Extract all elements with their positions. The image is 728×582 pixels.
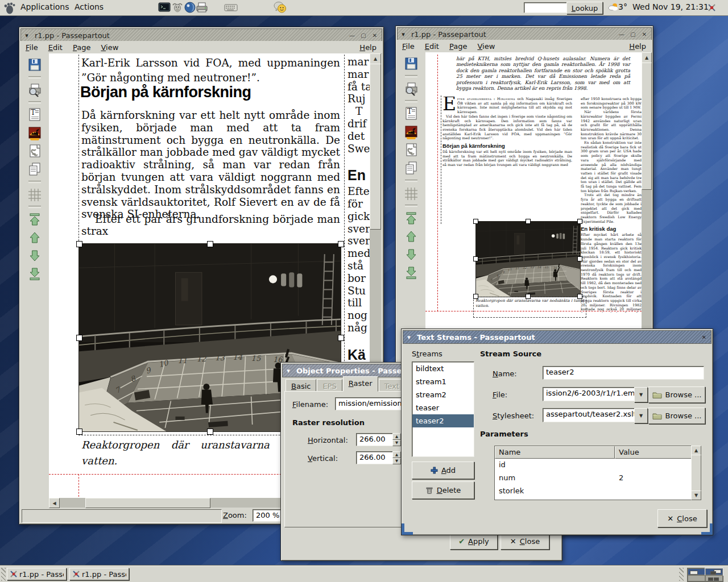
table-scrollbar[interactable]: ▲ ▼	[691, 446, 701, 500]
applications-menu[interactable]: Applications	[20, 2, 69, 11]
print-preview-button[interactable]	[25, 81, 44, 98]
stream-item-stream2[interactable]: stream2	[412, 388, 474, 401]
last-page-button[interactable]	[25, 265, 44, 282]
menu-view[interactable]: View	[96, 41, 123, 53]
keyboard-applet-icon[interactable]	[224, 1, 238, 15]
printer-launcher-icon[interactable]	[196, 1, 208, 15]
maximize-icon[interactable]: ▢	[628, 30, 638, 39]
delete-button[interactable]: Delete	[412, 481, 474, 499]
workspace-2[interactable]	[705, 568, 723, 575]
selection-handle[interactable]	[577, 219, 582, 224]
selection-handle[interactable]	[76, 335, 82, 341]
file-input[interactable]: ission2/6-2003/r1/r1.em	[543, 387, 635, 401]
taskbar-grip[interactable]	[679, 568, 684, 581]
taskbar-grip[interactable]	[1, 568, 6, 581]
param-row-storlek[interactable]: storlek	[495, 485, 692, 498]
next-page-button[interactable]	[25, 247, 44, 264]
copy-frames-button[interactable]	[25, 161, 44, 178]
workspace-4[interactable]	[705, 575, 723, 582]
gnu-launcher-icon[interactable]	[171, 1, 184, 15]
window-menu-icon[interactable]: ▾	[21, 32, 32, 39]
scroll-left-icon[interactable]: ◀	[49, 498, 60, 508]
menu-help[interactable]: Help	[623, 40, 652, 52]
image-frame-button[interactable]	[402, 123, 421, 140]
streams-list[interactable]: bildtextstream1stream2teaserteaser2	[412, 361, 474, 457]
text-streams-dialog[interactable]: ▾ Text Streams - Passepartout ✕ Streams …	[401, 329, 713, 535]
selection-handle[interactable]	[526, 294, 531, 299]
spin-up-icon[interactable]: ▲	[392, 433, 401, 440]
close-icon[interactable]: ✕	[640, 30, 649, 39]
stylesheet-browse-button[interactable]: Browse ...	[648, 408, 705, 424]
selection-handle[interactable]	[526, 219, 531, 224]
window-menu-icon[interactable]: ▾	[398, 31, 409, 38]
workspace-switcher[interactable]	[687, 568, 723, 582]
selection-handle[interactable]	[577, 294, 582, 299]
grid-button[interactable]	[25, 186, 44, 203]
selection-handle[interactable]	[207, 241, 213, 247]
stream-item-bildtext[interactable]: bildtext	[412, 362, 474, 375]
gnome-sphere-launcher-icon[interactable]	[184, 1, 196, 15]
stylesheet-input[interactable]: assepartout/teaser2.xslt	[543, 408, 635, 422]
gnome-foot-icon[interactable]	[3, 1, 16, 16]
file-dropdown-icon[interactable]: ▼	[634, 387, 648, 402]
actions-menu[interactable]: Actions	[75, 2, 104, 11]
column-header-name[interactable]: Name	[495, 446, 615, 459]
scroll-down-icon[interactable]: ▼	[691, 490, 701, 500]
prev-page-button[interactable]	[25, 229, 44, 246]
window-menu-icon[interactable]: ▾	[403, 334, 415, 341]
menu-file[interactable]: File	[397, 40, 420, 52]
tray-icon[interactable]	[707, 3, 717, 14]
grid-button[interactable]	[402, 185, 421, 202]
vertical-spinner[interactable]: ▲ ▼	[392, 451, 401, 464]
first-page-button[interactable]	[25, 211, 44, 228]
stream-item-stream1[interactable]: stream1	[412, 375, 474, 388]
menu-edit[interactable]: Edit	[43, 41, 68, 53]
next-page-button[interactable]	[402, 246, 421, 263]
text-frame-button[interactable]: T	[402, 105, 421, 122]
close-icon[interactable]: ✕	[370, 31, 379, 40]
name-input[interactable]: teaser2	[543, 366, 704, 380]
xml-frame-button[interactable]	[402, 142, 421, 159]
clock[interactable]: Wed Nov 19, 21:31	[632, 2, 709, 11]
selection-handle[interactable]	[338, 241, 344, 247]
selection-handle[interactable]	[207, 429, 213, 435]
scrollbar-thumb[interactable]	[85, 498, 210, 508]
save-button[interactable]	[25, 56, 44, 73]
vertical-input[interactable]: 266.00	[356, 451, 395, 464]
print-preview-button[interactable]	[402, 80, 421, 97]
scroll-up-icon[interactable]: ▲	[370, 53, 381, 64]
scrollbar-thumb[interactable]	[691, 455, 701, 491]
terminal-launcher-icon[interactable]	[158, 1, 171, 15]
scrollbar-thumb[interactable]	[370, 64, 381, 230]
stream-item-teaser[interactable]: teaser	[412, 401, 474, 414]
menu-edit[interactable]: Edit	[420, 40, 444, 52]
menu-view[interactable]: View	[472, 40, 500, 52]
param-row-num[interactable]: num2	[495, 472, 692, 485]
text-frame-button[interactable]: T	[25, 106, 44, 123]
menu-file[interactable]: File	[20, 41, 43, 53]
selection-handle[interactable]	[338, 335, 344, 341]
parameters-table[interactable]: Name Value idnum2storlek	[494, 446, 692, 500]
selection-handle[interactable]	[473, 294, 478, 299]
horizontal-input[interactable]: 266.00	[356, 433, 395, 446]
last-page-button[interactable]	[402, 264, 421, 281]
selection-handle[interactable]	[473, 256, 478, 261]
text-streams-titlebar[interactable]: ▾ Text Streams - Passepartout ✕	[403, 330, 712, 344]
minimize-icon[interactable]: —	[348, 31, 357, 40]
taskbar-window-button[interactable]: r1.pp - Passe	[7, 568, 67, 580]
selection-handle[interactable]	[76, 241, 82, 247]
selection-handle[interactable]	[473, 219, 478, 224]
minimize-icon[interactable]: —	[617, 30, 626, 39]
horizontal-spinner[interactable]: ▲ ▼	[392, 433, 401, 446]
close-button[interactable]: ✕ Close	[500, 533, 549, 550]
window2-titlebar[interactable]: ▾ r1.pp - Passepartout — ▢ ✕	[397, 27, 652, 41]
weather-icon[interactable]	[607, 2, 619, 14]
menu-help[interactable]: Help	[354, 41, 382, 53]
lookup-input[interactable]	[524, 2, 569, 13]
scroll-up-icon[interactable]: ▲	[691, 446, 701, 455]
first-page-button[interactable]	[402, 210, 421, 227]
menu-page[interactable]: Page	[68, 41, 96, 53]
prev-page-button[interactable]	[402, 228, 421, 245]
param-row-id[interactable]: id	[495, 459, 692, 472]
window-menu-icon[interactable]: ▾	[283, 367, 294, 375]
